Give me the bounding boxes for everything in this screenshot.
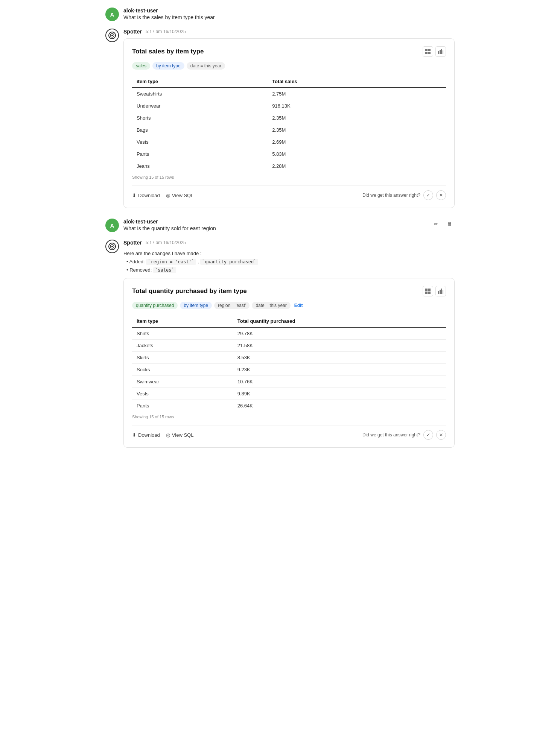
cell-0-0: Sweatshirts [132,88,268,100]
eye-icon: ◎ [166,193,170,198]
download-label: Download [138,193,160,198]
svg-rect-18 [438,291,439,294]
table-row: Vests2.69M [132,136,446,148]
cell-4-1: 10.76K [233,376,446,388]
svg-rect-20 [441,289,442,294]
cell-3-1: 9.23K [233,364,446,376]
cell-2-1: 2.35M [268,112,446,124]
view-sql-label: View SQL [172,432,194,438]
chart-view-button[interactable] [435,46,446,57]
tag-0: quantity purchased [132,302,178,309]
spotter-avatar [105,29,119,42]
cell-6-0: Jeans [132,160,268,172]
cell-4-0: Vests [132,136,268,148]
svg-rect-16 [425,292,428,294]
changes-description: Here are the changes I have made :• Adde… [123,249,455,274]
table-row: Skirts8.53K [132,352,446,364]
user-avatar: A [105,219,119,232]
spotter-timestamp: 5:17 am 16/10/2025 [146,29,186,34]
svg-rect-14 [425,289,428,291]
card-tags: quantity purchasedby item typeregion = '… [132,302,446,309]
card-header: Total sales by item type [132,46,446,57]
tag-0: sales [132,62,150,70]
table-row: Socks9.23K [132,364,446,376]
feedback-yes-button[interactable]: ✓ [423,430,433,440]
edit-tag-button[interactable]: Edit [293,302,304,309]
eye-icon: ◎ [166,432,170,438]
svg-rect-19 [440,290,441,294]
cell-5-0: Pants [132,148,268,160]
feedback-question: Did we get this answer right? [362,193,420,198]
table-row: Sweatshirts2.75M [132,88,446,100]
feedback-yes-button[interactable]: ✓ [423,190,433,200]
svg-rect-10 [443,50,443,54]
changes-intro: Here are the changes I have made : [123,249,455,258]
user-message-content: alok-test-userWhat is the quantity sold … [123,219,216,231]
download-label: Download [138,432,160,438]
cell-5-1: 5.83M [268,148,446,160]
svg-point-13 [111,246,113,247]
spotter-header: Spotter5:17 am 16/10/2025 [123,29,455,35]
table-view-button[interactable] [423,286,433,296]
card-title: Total quantity purchased by item type [132,287,247,295]
result-card: Total sales by item typesalesby item typ… [123,38,455,208]
card-view-icons [423,286,446,296]
download-button[interactable]: ⬇Download [132,432,160,438]
cell-2-0: Shorts [132,112,268,124]
user-message-content: alok-test-userWhat is the sales by item … [123,8,215,20]
table-row: Pants5.83M [132,148,446,160]
user-message: Aalok-test-userWhat is the sales by item… [105,8,455,21]
showing-rows-text: Showing 15 of 15 rows [132,175,446,179]
result-table: item typeTotal salesSweatshirts2.75MUnde… [132,76,446,172]
cell-5-0: Vests [132,388,233,400]
chart-view-button[interactable] [435,286,446,296]
footer-right-feedback: Did we get this answer right?✓✕ [362,190,446,200]
svg-rect-8 [440,50,441,54]
user-query-text: What is the quantity sold for east regio… [123,225,216,231]
card-view-icons [423,46,446,57]
spotter-avatar [105,240,119,253]
view-sql-button[interactable]: ◎View SQL [166,432,194,438]
svg-rect-9 [441,49,442,54]
table-view-button[interactable] [423,46,433,57]
cell-0-0: Shirts [132,327,233,340]
edit-message-button[interactable]: ✏ [431,219,441,229]
user-message: Aalok-test-userWhat is the quantity sold… [105,219,455,232]
delete-message-button[interactable]: 🗑 [444,219,455,229]
col-header-0: item type [132,76,268,88]
cell-6-1: 2.28M [268,160,446,172]
changes-added: • Added: `region = 'east'` , `quantity p… [126,258,455,266]
card-title: Total sales by item type [132,48,204,55]
cell-3-0: Socks [132,364,233,376]
download-icon: ⬇ [132,432,136,438]
footer-left-actions: ⬇Download◎View SQL [132,193,193,198]
table-row: Swimwear10.76K [132,376,446,388]
close-icon: ✕ [439,432,443,438]
svg-rect-4 [428,49,431,51]
col-header-1: Total quantity purchased [233,315,446,327]
tag-3: date = this year [252,302,290,309]
table-row: Shorts2.35M [132,112,446,124]
feedback-no-button[interactable]: ✕ [436,190,446,200]
feedback-no-button[interactable]: ✕ [436,430,446,440]
user-actions: ✏🗑 [431,219,455,229]
download-button[interactable]: ⬇Download [132,193,160,198]
view-sql-button[interactable]: ◎View SQL [166,193,194,198]
table-row: Vests9.89K [132,388,446,400]
spotter-header: Spotter5:17 am 16/10/2025 [123,240,455,246]
cell-4-0: Swimwear [132,376,233,388]
spotter-name: Spotter [123,240,142,246]
feedback-question: Did we get this answer right? [362,432,420,438]
svg-rect-3 [425,49,428,51]
cell-2-1: 8.53K [233,352,446,364]
username: alok-test-user [123,219,216,225]
cell-1-1: 916.13K [268,100,446,112]
cell-6-0: Pants [132,400,233,412]
changes-removed: • Removed: `sales` [126,266,455,274]
tag-2: region = 'east' [214,302,250,309]
table-row: Shirts29.78K [132,327,446,340]
col-header-1: Total sales [268,76,446,88]
view-sql-label: View SQL [172,193,194,198]
username: alok-test-user [123,8,215,14]
spotter-timestamp: 5:17 am 16/10/2025 [146,240,186,245]
